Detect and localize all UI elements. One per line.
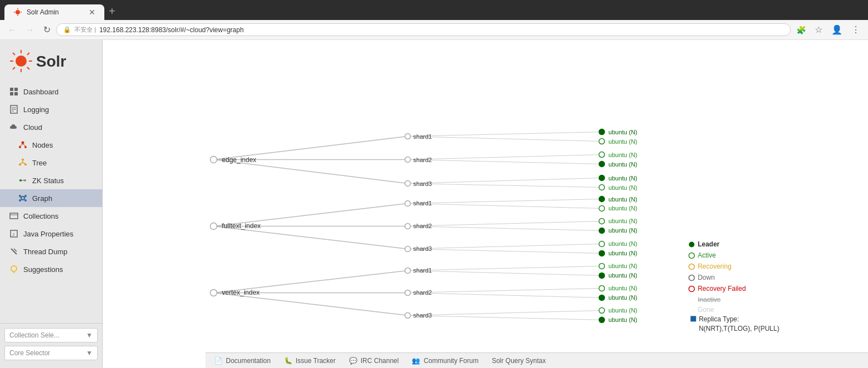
- sidebar-item-thread-dump[interactable]: Thread Dump: [0, 243, 102, 260]
- tree-icon: [18, 158, 28, 168]
- svg-rect-27: [22, 159, 24, 160]
- address-bar[interactable]: 🔒 不安全 | 192.168.223.128:8983/solr/#/~clo…: [56, 23, 791, 36]
- core-selector-chevron: ▼: [86, 349, 93, 357]
- svg-line-65: [408, 184, 602, 188]
- issue-tracker-label: Issue Tracker: [296, 357, 336, 365]
- active-tab[interactable]: Solr Admin ✕: [4, 4, 104, 20]
- svg-text:shard2: shard2: [413, 157, 432, 163]
- sidebar-label-cloud: Cloud: [23, 123, 42, 132]
- svg-line-26: [23, 144, 26, 147]
- svg-line-77: [408, 315, 602, 320]
- community-icon: 👥: [412, 357, 420, 365]
- svg-text:ubuntu (N): ubuntu (N): [608, 294, 637, 301]
- footer-issue-tracker[interactable]: 🐛 Issue Tracker: [284, 357, 336, 365]
- suggestions-icon: [9, 264, 19, 274]
- svg-line-74: [408, 288, 602, 293]
- browser-chrome: Solr Admin ✕ + ← → ↻ 🔒 不安全 | 192.168.223…: [0, 0, 868, 40]
- svg-text:Down: Down: [698, 274, 715, 281]
- svg-rect-151: [690, 316, 696, 321]
- svg-text:edge_index: edge_index: [222, 156, 256, 164]
- svg-text:ubuntu (N): ubuntu (N): [608, 138, 637, 145]
- menu-button[interactable]: ⋮: [848, 22, 864, 37]
- svg-line-68: [408, 221, 602, 226]
- back-button[interactable]: ←: [4, 23, 20, 37]
- svg-text:ubuntu (N): ubuntu (N): [608, 272, 637, 279]
- core-selector[interactable]: Core Selector ▼: [4, 346, 98, 360]
- svg-text:Leader: Leader: [698, 240, 720, 248]
- svg-text:Gone: Gone: [698, 306, 714, 314]
- address-text: 192.168.223.128:8983/solr/#/~cloud?view=…: [99, 26, 244, 34]
- svg-text:shard3: shard3: [413, 245, 432, 252]
- community-forum-label: Community Forum: [423, 357, 478, 365]
- svg-point-78: [210, 157, 217, 163]
- svg-point-147: [689, 286, 694, 291]
- sidebar-label-collections: Collections: [23, 212, 59, 220]
- nav-bar: ← → ↻ 🔒 不安全 | 192.168.223.128:8983/solr/…: [0, 20, 868, 40]
- sidebar-item-java-properties[interactable]: J Java Properties: [0, 225, 102, 243]
- svg-line-31: [20, 163, 23, 164]
- svg-point-98: [405, 290, 411, 295]
- svg-rect-16: [10, 92, 13, 95]
- tab-bar: Solr Admin ✕ +: [0, 0, 868, 20]
- irc-channel-label: IRC Channel: [361, 357, 399, 365]
- svg-line-63: [408, 160, 602, 164]
- svg-point-118: [599, 218, 604, 224]
- footer-documentation[interactable]: 📄 Documentation: [214, 357, 271, 365]
- sidebar-item-collections[interactable]: Collections: [0, 207, 102, 225]
- svg-text:shard3: shard3: [413, 312, 432, 319]
- svg-rect-17: [14, 92, 18, 95]
- dashboard-icon: [9, 87, 19, 97]
- svg-point-88: [405, 181, 411, 186]
- svg-point-104: [599, 139, 604, 144]
- profile-button[interactable]: 👤: [828, 22, 846, 37]
- zk-icon: [18, 175, 28, 185]
- svg-point-92: [405, 223, 411, 229]
- svg-text:ubuntu (N): ubuntu (N): [608, 175, 637, 182]
- svg-text:N(NRT),T(TLOG), P(PULL): N(NRT),T(TLOG), P(PULL): [699, 325, 779, 332]
- reload-button[interactable]: ↻: [40, 22, 54, 37]
- svg-line-13: [13, 67, 15, 69]
- svg-text:J: J: [12, 232, 14, 237]
- svg-line-48: [14, 249, 17, 251]
- forward-button[interactable]: →: [22, 23, 38, 37]
- svg-text:shard2: shard2: [413, 289, 432, 296]
- app-footer: 📄 Documentation 🐛 Issue Tracker 💬 IRC Ch…: [205, 352, 868, 368]
- collection-selector[interactable]: Collection Sele... ▼: [4, 328, 98, 342]
- sidebar-item-graph[interactable]: Graph: [0, 189, 102, 207]
- new-tab-button[interactable]: +: [104, 3, 120, 20]
- footer-irc-channel[interactable]: 💬 IRC Channel: [349, 357, 399, 365]
- svg-point-0: [16, 10, 20, 14]
- svg-line-64: [408, 178, 602, 184]
- svg-line-71: [408, 249, 602, 253]
- footer-solr-query-syntax[interactable]: Solr Query Syntax: [492, 357, 546, 365]
- extensions-button[interactable]: 🧩: [793, 23, 809, 37]
- sidebar-label-dashboard: Dashboard: [23, 88, 59, 96]
- graph-svg: edge_index fulltext_index vertex_index s…: [103, 40, 868, 368]
- sidebar-item-zk-status[interactable]: ZK Status: [0, 172, 102, 189]
- svg-line-10: [13, 53, 15, 55]
- bookmark-button[interactable]: ☆: [811, 22, 826, 37]
- sidebar-label-logging: Logging: [23, 105, 49, 114]
- svg-line-62: [408, 155, 602, 160]
- footer-community-forum[interactable]: 👥 Community Forum: [412, 357, 478, 365]
- svg-point-134: [599, 307, 604, 313]
- sidebar-item-cloud[interactable]: Cloud: [0, 118, 102, 136]
- svg-rect-28: [19, 164, 21, 165]
- svg-point-24: [24, 146, 27, 148]
- app-layout: Solr Dashboard Logging: [0, 40, 868, 368]
- svg-line-60: [408, 132, 602, 137]
- sidebar-item-tree[interactable]: Tree: [0, 154, 102, 172]
- svg-point-39: [19, 199, 21, 201]
- sidebar-item-nodes[interactable]: Nodes: [0, 136, 102, 154]
- tab-close-button[interactable]: ✕: [89, 8, 95, 17]
- svg-point-122: [599, 241, 604, 246]
- sidebar-item-suggestions[interactable]: Suggestions: [0, 260, 102, 278]
- svg-point-96: [405, 268, 411, 273]
- sidebar-label-tree: Tree: [32, 159, 47, 167]
- sidebar-item-logging[interactable]: Logging: [0, 100, 102, 118]
- sidebar-item-dashboard[interactable]: Dashboard: [0, 83, 102, 100]
- cloud-icon: [9, 122, 19, 132]
- svg-line-47: [11, 249, 17, 254]
- collection-selector-text: Collection Sele...: [9, 331, 59, 339]
- svg-point-22: [22, 142, 24, 144]
